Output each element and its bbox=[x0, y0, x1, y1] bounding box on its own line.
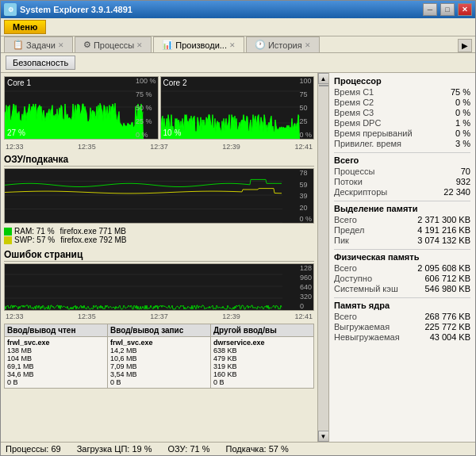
io-section: Ввод/вывод чтен Ввод/вывод запис Другой … bbox=[4, 324, 314, 389]
tab-history[interactable]: 🕐 История ✕ bbox=[246, 36, 320, 52]
tab-performance[interactable]: 📊 Производи... ✕ bbox=[153, 36, 244, 52]
title-bar: ⚙ System Explorer 3.9.1.4891 ─ □ ✕ bbox=[1, 1, 475, 18]
phys-title: Физическая память bbox=[334, 252, 470, 262]
core1-y-labels: 100 % 75 % 50 % 25 % 0 % bbox=[136, 77, 156, 139]
menu-button[interactable]: Меню bbox=[4, 20, 46, 34]
pagefault-section: Ошибок страниц 128 960 640 320 0 12:33 1… bbox=[4, 249, 314, 320]
processes-tab-close[interactable]: ✕ bbox=[136, 41, 143, 49]
tab-processes[interactable]: ⚙ Процессы ✕ bbox=[75, 36, 152, 52]
ram-color-indicator bbox=[4, 228, 12, 236]
total-handles: Дескрипторы 22 340 bbox=[334, 187, 470, 197]
cpu-charts-section: Core 1 27 % 100 % 75 % 50 % 25 % 0 % bbox=[4, 76, 314, 151]
cpu-time-interrupts: Время прерываний 0 % bbox=[334, 128, 470, 139]
swap-legend-item: SWP: 57 % firefox.exe 792 MB bbox=[4, 236, 314, 244]
io-write-v3: 7,09 MB bbox=[110, 362, 208, 370]
ram-title: ОЗУ/подкачка bbox=[4, 154, 314, 167]
phys-cache: Системный кэш 546 980 KB bbox=[334, 284, 470, 294]
vmem-section: Выделение памяти Всего 2 371 300 KB Пред… bbox=[334, 204, 470, 246]
phys-total: Всего 2 095 608 KB bbox=[334, 263, 470, 274]
io-read-v2: 104 MB bbox=[7, 354, 105, 362]
vmem-peak: Пик 3 074 132 KB bbox=[334, 236, 470, 246]
io-body-row: frwl_svc.exe 138 MB 104 MB 69,1 MB 34,6 … bbox=[4, 336, 314, 389]
phys-avail: Доступно 606 712 KB bbox=[334, 274, 470, 284]
processor-section: Процессор Время С1 75 % Время С2 0 % Вре… bbox=[334, 76, 470, 149]
kernel-paged: Выгружаемая 225 772 KB bbox=[334, 322, 470, 332]
toolbar: Безопасность bbox=[1, 53, 475, 73]
core2-y-labels: 100 75 50 25 0 % bbox=[299, 77, 312, 139]
history-tab-close[interactable]: ✕ bbox=[305, 41, 311, 49]
status-bar: Процессы: 69 Загрузка ЦП: 19 % ОЗУ: 71 %… bbox=[1, 442, 475, 455]
tasks-tab-icon: 📋 bbox=[13, 40, 24, 50]
core2-chart: Core 2 10 % 100 75 50 25 0 % bbox=[160, 76, 315, 140]
io-write-v4: 3,54 MB bbox=[110, 370, 208, 378]
status-ram: ОЗУ: 71 % bbox=[167, 444, 209, 454]
core1-pct: 27 % bbox=[7, 128, 25, 137]
divider-4 bbox=[334, 297, 470, 298]
kernel-nonpaged: Невыгружаемая 43 004 KB bbox=[334, 332, 470, 343]
cpu-time-c1: Время С1 75 % bbox=[334, 87, 470, 98]
vmem-limit: Предел 4 191 216 KB bbox=[334, 225, 470, 236]
ram-section: ОЗУ/подкачка 78 59 39 20 0 % RAM: 71 % bbox=[4, 154, 314, 246]
scroll-track bbox=[318, 84, 328, 431]
menu-bar: Меню bbox=[1, 18, 475, 36]
swap-color-indicator bbox=[4, 236, 12, 244]
pf-y-labels: 128 960 640 320 0 bbox=[300, 264, 312, 310]
tasks-tab-close[interactable]: ✕ bbox=[58, 41, 64, 49]
cpu-time-dpc: Время DPC 1 % bbox=[334, 118, 470, 128]
total-threads: Потоки 932 bbox=[334, 177, 470, 187]
io-other-v4: 160 KB bbox=[213, 370, 311, 378]
pagefault-title: Ошибок страниц bbox=[4, 249, 314, 262]
divider-2 bbox=[334, 201, 470, 201]
io-read-p1: frwl_svc.exe bbox=[7, 339, 105, 347]
tabs-bar: 📋 Задачи ✕ ⚙ Процессы ✕ 📊 Производи... ✕… bbox=[1, 36, 475, 53]
performance-tab-close[interactable]: ✕ bbox=[229, 41, 236, 49]
scroll-up-arrow[interactable]: ▲ bbox=[318, 73, 329, 84]
maximize-button[interactable]: □ bbox=[440, 3, 455, 16]
io-header-write: Ввод/вывод запис bbox=[108, 324, 211, 336]
io-other-v3: 319 KB bbox=[213, 362, 311, 370]
io-write-p1: frwl_svc.exe bbox=[110, 339, 208, 347]
divider-3 bbox=[334, 249, 470, 250]
ram-legend: RAM: 71 % firefox.exe 771 MB SWP: 57 % f… bbox=[4, 225, 314, 246]
core2-label: Core 2 bbox=[163, 79, 187, 87]
ram-legend-item1: RAM: 71 % firefox.exe 771 MB bbox=[4, 227, 314, 236]
main-window: ⚙ System Explorer 3.9.1.4891 ─ □ ✕ Меню … bbox=[0, 0, 476, 456]
status-swap: Подкачка: 57 % bbox=[226, 444, 289, 454]
ram-y-labels: 78 59 39 20 0 % bbox=[299, 169, 312, 223]
tab-tasks[interactable]: 📋 Задачи ✕ bbox=[4, 36, 73, 52]
kernel-title: Память ядра bbox=[334, 301, 470, 310]
cpu-time-c2: Время С2 0 % bbox=[334, 98, 470, 108]
io-other-v1: 638 KB bbox=[213, 347, 311, 354]
io-read-v4: 34,6 MB bbox=[7, 370, 105, 378]
io-other-v5: 0 B bbox=[213, 378, 311, 386]
cpu-x-axis: 12:33 12:35 12:37 12:39 12:41 bbox=[4, 143, 314, 151]
scroll-thumb[interactable] bbox=[319, 85, 328, 86]
io-write-v2: 10,6 MB bbox=[110, 354, 208, 362]
cpu-time-privileged: Привилег. время 3 % bbox=[334, 139, 470, 149]
totals-section: Всего Процессы 70 Потоки 932 Дескрипторы… bbox=[334, 155, 470, 197]
total-processes: Процессы 70 bbox=[334, 167, 470, 177]
window-title: System Explorer 3.9.1.4891 bbox=[20, 5, 420, 14]
totals-title: Всего bbox=[334, 155, 470, 165]
scrollbar[interactable]: ▲ ▼ bbox=[317, 73, 328, 442]
scroll-down-arrow[interactable]: ▼ bbox=[318, 431, 329, 442]
io-write-v1: 14,2 MB bbox=[110, 347, 208, 354]
minimize-button[interactable]: ─ bbox=[423, 3, 437, 16]
close-button[interactable]: ✕ bbox=[458, 3, 472, 16]
tab-extra-button[interactable]: ▶ bbox=[458, 39, 472, 52]
security-button[interactable]: Безопасность bbox=[6, 56, 75, 70]
io-header-read: Ввод/вывод чтен bbox=[5, 324, 108, 336]
processes-tab-icon: ⚙ bbox=[83, 40, 91, 50]
io-write-column: frwl_svc.exe 14,2 MB 10,6 MB 7,09 MB 3,5… bbox=[108, 337, 211, 388]
vmem-total: Всего 2 371 300 KB bbox=[334, 215, 470, 225]
content-area: Core 1 27 % 100 % 75 % 50 % 25 % 0 % bbox=[1, 73, 475, 442]
divider-1 bbox=[334, 152, 470, 153]
io-read-column: frwl_svc.exe 138 MB 104 MB 69,1 MB 34,6 … bbox=[5, 337, 108, 388]
kernel-total: Всего 268 776 KB bbox=[334, 312, 470, 322]
pf-x-axis: 12:33 12:35 12:37 12:39 12:41 bbox=[4, 312, 314, 320]
io-write-v5: 0 B bbox=[110, 378, 208, 386]
processor-title: Процессор bbox=[334, 76, 470, 86]
core2-pct: 10 % bbox=[163, 128, 182, 137]
phys-section: Физическая память Всего 2 095 608 KB Дос… bbox=[334, 252, 470, 294]
kernel-section: Память ядра Всего 268 776 KB Выгружаемая… bbox=[334, 301, 470, 343]
